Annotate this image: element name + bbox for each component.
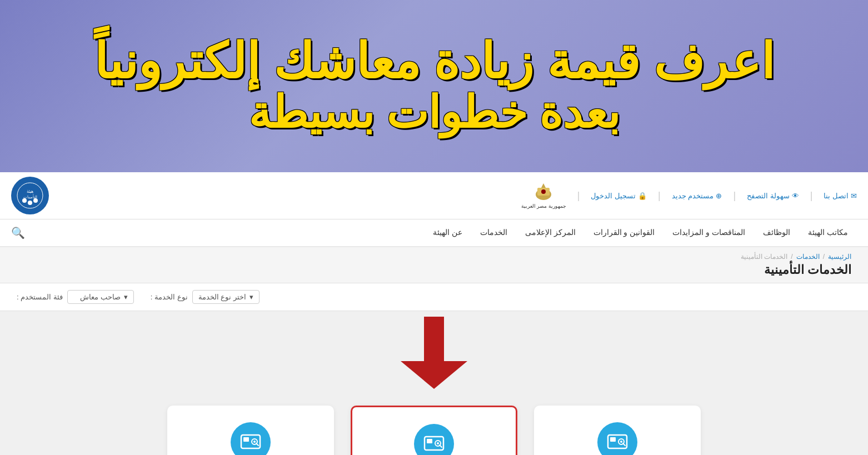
- nav-item-about[interactable]: عن الهيئة: [424, 219, 471, 247]
- accessibility-link[interactable]: 👁 سهولة التصفح: [747, 192, 799, 200]
- egypt-logo: جمهورية مصر العربية: [521, 182, 566, 209]
- user-type-filter: ▾ صاحب معاش فئة المستخدم :: [17, 290, 134, 304]
- new-user-icon: ⊕: [716, 192, 722, 200]
- service-type-filter: ▾ اختر نوع الخدمة نوع الخدمة :: [151, 290, 260, 304]
- arrow-svg: [401, 317, 467, 389]
- svg-point-5: [33, 198, 38, 203]
- svg-marker-12: [401, 361, 467, 389]
- top-nav-left: هيئة التأمينات: [11, 177, 49, 214]
- svg-point-26: [253, 441, 256, 443]
- card3-icon: [597, 422, 637, 455]
- chevron-down-icon2: ▾: [124, 293, 128, 301]
- egypt-logo-area: جمهورية مصر العربية: [521, 182, 566, 209]
- filter-bar: ▾ اختر نوع الخدمة نوع الخدمة : ▾ صاحب مع…: [0, 283, 868, 311]
- svg-rect-10: [540, 196, 547, 198]
- nav-item-tenders[interactable]: المناقصات و المزايدات: [664, 219, 754, 247]
- nav-item-services[interactable]: الخدمات: [471, 219, 516, 247]
- authority-logo: هيئة التأمينات: [11, 177, 49, 214]
- cards-section: طلب معاش إستثنائى استعراض تطور زيادات ال…: [0, 389, 868, 455]
- breadcrumb-services[interactable]: الخدمات: [796, 253, 820, 261]
- svg-line-17: [623, 443, 625, 446]
- contact-link[interactable]: ✉ اتصل بنا: [824, 192, 857, 200]
- svg-point-3: [28, 201, 32, 205]
- nav-item-media[interactable]: المركز الإعلامى: [516, 219, 585, 247]
- user-type-select[interactable]: ▾ صاحب معاش: [67, 290, 134, 304]
- svg-rect-11: [424, 317, 444, 361]
- svg-line-22: [440, 445, 442, 447]
- envelope-icon: ✉: [851, 192, 857, 200]
- card2-icon: [414, 424, 454, 455]
- top-nav-right: جمهورية مصر العربية | 🔒 تسجيل الدخول | ⊕…: [521, 182, 857, 209]
- service-type-label: نوع الخدمة :: [151, 293, 188, 301]
- breadcrumb-section: الرئيسية / الخدمات / الخدمات التأمينية ا…: [0, 247, 868, 283]
- breadcrumb-insurance: الخدمات التأمينية: [741, 253, 787, 261]
- nav-divider: |: [577, 190, 580, 202]
- breadcrumb-sep1: /: [823, 253, 825, 261]
- chevron-down-icon: ▾: [250, 293, 253, 301]
- nav-item-laws[interactable]: القوانين و القرارات: [585, 219, 664, 247]
- svg-point-4: [22, 198, 27, 203]
- svg-point-16: [620, 441, 622, 443]
- new-user-link[interactable]: ⊕ مستخدم جديد: [672, 192, 722, 200]
- svg-line-27: [256, 443, 258, 446]
- page-title: الخدمات التأمينية: [17, 263, 851, 277]
- svg-rect-24: [243, 437, 249, 442]
- hero-banner: اعرف قيمة زيادة معاشك إلكترونياً بعدة خط…: [0, 0, 868, 172]
- svg-rect-14: [610, 437, 616, 442]
- svg-marker-8: [541, 183, 546, 188]
- user-type-label: فئة المستخدم :: [17, 293, 63, 301]
- lock-icon: 🔒: [638, 192, 647, 200]
- nav-divider2: |: [658, 190, 661, 202]
- card-basic-data[interactable]: استعلام عن البيانات الاساسية لملف المعاش…: [167, 406, 334, 455]
- hero-title-line2: بعدة خطوات بسيطة: [248, 88, 620, 137]
- card-exceptional-pension[interactable]: طلب معاش إستثنائى: [534, 406, 701, 455]
- breadcrumb: الرئيسية / الخدمات / الخدمات التأمينية: [17, 253, 851, 261]
- svg-rect-19: [427, 439, 432, 443]
- breadcrumb-sep2: /: [791, 253, 792, 261]
- main-nav-items: مكاتب الهيئة الوظائف المناقصات و المزايد…: [424, 219, 857, 247]
- main-nav: 🔍 مكاتب الهيئة الوظائف المناقصات و المزا…: [0, 219, 868, 247]
- nav-divider3: |: [733, 190, 736, 202]
- nav-divider4: |: [810, 190, 813, 202]
- egypt-republic-text: جمهورية مصر العربية: [521, 203, 566, 209]
- card-pension-increases[interactable]: استعراض تطور زيادات المعاش 🖥 خدمة إلكترو…: [351, 406, 517, 455]
- svg-text:هيئة: هيئة: [27, 189, 33, 194]
- top-nav: هيئة التأمينات جمهورية مصر العربية: [0, 172, 868, 219]
- svg-point-9: [541, 189, 546, 194]
- card1-icon: [231, 422, 271, 455]
- service-type-select[interactable]: ▾ اختر نوع الخدمة: [192, 290, 260, 304]
- accessibility-icon: 👁: [792, 192, 799, 200]
- nav-item-offices[interactable]: مكاتب الهيئة: [799, 219, 857, 247]
- svg-point-21: [437, 442, 439, 444]
- hero-title-line1: اعرف قيمة زيادة معاشك إلكترونياً: [94, 35, 774, 89]
- nav-item-jobs[interactable]: الوظائف: [754, 219, 799, 247]
- breadcrumb-home[interactable]: الرئيسية: [828, 253, 851, 261]
- cards-wrapper: طلب معاش إستثنائى استعراض تطور زيادات ال…: [0, 311, 868, 455]
- login-link[interactable]: 🔒 تسجيل الدخول: [591, 192, 647, 200]
- search-icon[interactable]: 🔍: [11, 226, 25, 239]
